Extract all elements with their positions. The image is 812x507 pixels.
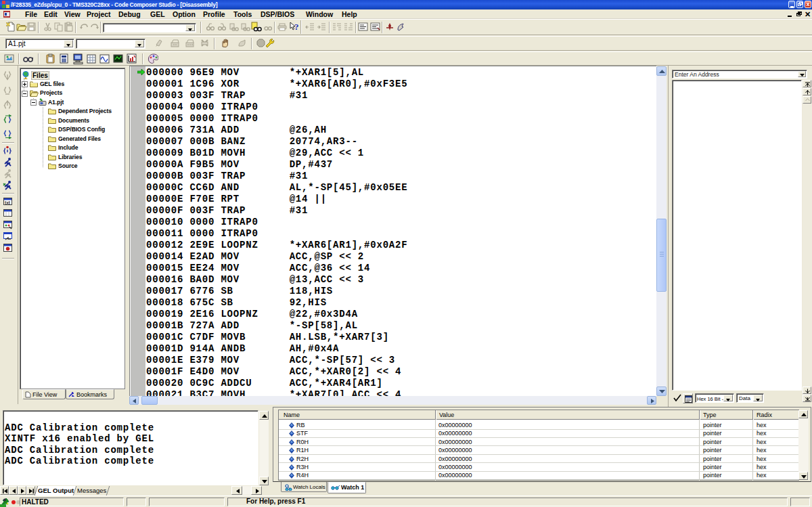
svg-text:txt: txt: [5, 200, 11, 205]
svg-text:?: ?: [294, 22, 299, 32]
